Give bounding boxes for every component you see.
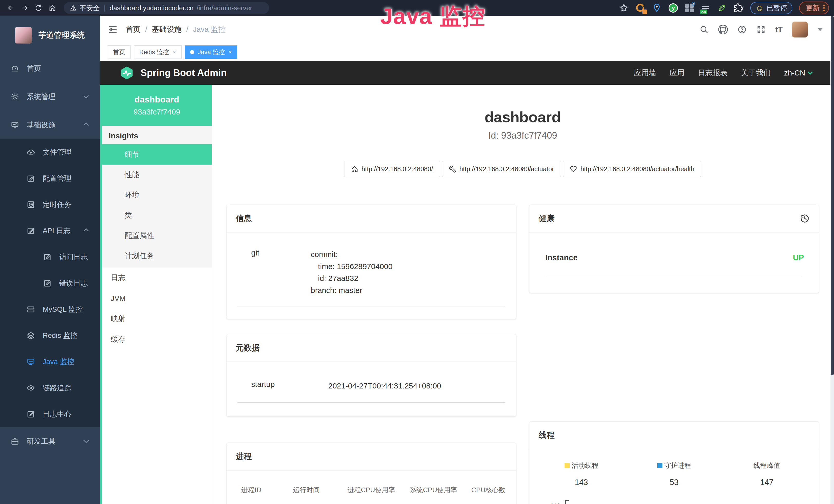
- health-card: 健康 Instance UP: [529, 205, 819, 293]
- threads-card: 线程 活动线程 143 守护进程 53: [529, 421, 819, 504]
- close-tab-icon[interactable]: ×: [228, 48, 232, 56]
- extension-orange-icon[interactable]: [636, 3, 645, 13]
- chevron-down-icon: [808, 70, 813, 75]
- history-icon[interactable]: [800, 214, 810, 223]
- sba-section-label: Insights: [102, 126, 212, 144]
- edit-icon: [27, 174, 35, 183]
- sidebar-item-infrastructure[interactable]: 基础设施: [0, 111, 100, 139]
- sidebar-item-tracing[interactable]: 链路追踪: [0, 375, 100, 401]
- bookmark-star-icon[interactable]: [619, 3, 629, 13]
- info-value: commit: time: 1596289704000 id: 27aa832 …: [311, 249, 393, 296]
- edit-icon: [43, 253, 51, 261]
- fullscreen-icon[interactable]: [756, 25, 766, 34]
- live-threads-value: 143: [535, 478, 628, 487]
- extensions-puzzle-icon[interactable]: [734, 3, 743, 13]
- help-icon[interactable]: [738, 25, 747, 34]
- extension-on-icon[interactable]: on: [701, 4, 710, 12]
- tab-redis-monitor[interactable]: Redis 监控×: [134, 45, 182, 59]
- sba-menu-config-props[interactable]: 配置属性: [102, 225, 212, 246]
- sba-locale-select[interactable]: zh-CN: [784, 69, 812, 77]
- breadcrumb-home[interactable]: 首页: [126, 24, 140, 35]
- health-instance-label: Instance: [545, 253, 578, 262]
- sba-nav-about[interactable]: 关于我们: [741, 68, 771, 78]
- app-title: 芋道管理系统: [39, 30, 85, 41]
- sba-menu-metrics[interactable]: 性能: [102, 165, 212, 185]
- github-icon[interactable]: [719, 25, 728, 34]
- sidebar-item-error-logs[interactable]: 错误日志: [0, 270, 100, 296]
- threads-legend: 活动线程 143 守护进程 53 线程峰值 14: [535, 461, 813, 487]
- browser-menu-icon[interactable]: [823, 5, 825, 11]
- forward-button[interactable]: [19, 2, 30, 14]
- sidebar-item-file-mgmt[interactable]: 文件管理: [0, 139, 100, 165]
- sba-menu-classes[interactable]: 类: [102, 205, 212, 225]
- extension-y-icon[interactable]: y: [668, 3, 678, 13]
- extension-grid-icon[interactable]: [685, 4, 694, 12]
- back-button[interactable]: [5, 2, 17, 14]
- search-icon[interactable]: [699, 25, 709, 34]
- sidebar-item-mysql-monitor[interactable]: MySQL 监控: [0, 296, 100, 322]
- sba-instance-header[interactable]: dashboard 93a3fc7f7409: [102, 85, 212, 126]
- scrollbar-thumb[interactable]: [831, 16, 834, 375]
- sba-menu-scheduled-tasks[interactable]: 计划任务: [102, 246, 212, 266]
- sba-brand[interactable]: Spring Boot Admin: [140, 68, 227, 78]
- daemon-threads-value: 53: [628, 478, 721, 487]
- sba-menu-details[interactable]: 细节: [102, 144, 212, 165]
- user-avatar[interactable]: [792, 22, 808, 38]
- gear-icon: [11, 93, 19, 101]
- breadcrumb-infrastructure[interactable]: 基础设施: [152, 24, 182, 35]
- instance-url-button[interactable]: http://192.168.0.2:48080/: [344, 161, 440, 177]
- app-logo-row[interactable]: 芋道管理系统: [0, 16, 100, 54]
- tab-java-monitor[interactable]: Java 监控×: [185, 45, 237, 59]
- sidebar-item-config-mgmt[interactable]: 配置管理: [0, 165, 100, 191]
- sidebar-item-dev-tools[interactable]: 研发工具: [0, 427, 100, 456]
- annotation-java-monitor: Java 监控: [380, 1, 485, 31]
- sidebar-item-access-logs[interactable]: 访问日志: [0, 244, 100, 270]
- chevron-down-icon: [84, 437, 89, 443]
- edit-icon: [27, 410, 35, 418]
- user-menu-caret-icon[interactable]: [817, 28, 823, 31]
- actuator-url-button[interactable]: http://192.168.0.2:48080/actuator: [442, 161, 561, 177]
- edit-icon: [27, 227, 35, 235]
- sidebar-item-api-logs[interactable]: API 日志: [0, 218, 100, 244]
- sidebar-item-java-monitor[interactable]: Java 监控: [0, 349, 100, 375]
- sba-menu-mappings[interactable]: 映射: [102, 308, 212, 329]
- security-label[interactable]: 不安全: [80, 4, 100, 13]
- sidebar-item-redis-monitor[interactable]: Redis 监控: [0, 322, 100, 349]
- sba-menu-environment[interactable]: 环境: [102, 185, 212, 205]
- sba-nav-wallboard[interactable]: 应用墙: [634, 68, 656, 78]
- health-url-button[interactable]: http://192.168.0.2:48080/actuator/health: [563, 161, 701, 177]
- timer-icon: [27, 201, 35, 209]
- collapse-sidebar-icon[interactable]: [108, 24, 118, 35]
- sba-menu-jvm[interactable]: JVM: [102, 288, 212, 308]
- sba-menu-logs[interactable]: 日志: [102, 268, 212, 288]
- page-scrollbar[interactable]: [830, 16, 834, 504]
- extension-pin-icon[interactable]: [652, 3, 661, 13]
- sba-instance-id: 93a3fc7f7409: [134, 108, 180, 116]
- tab-home[interactable]: 首页: [108, 45, 131, 59]
- info-key: git: [251, 249, 311, 296]
- health-card-title: 健康: [539, 213, 554, 224]
- sba-nav-journal[interactable]: 日志报表: [698, 68, 728, 78]
- extension-leaf-icon[interactable]: [717, 3, 727, 13]
- paused-profile-chip[interactable]: ☺ 已暂停: [750, 2, 792, 14]
- sba-menu-caches[interactable]: 缓存: [102, 329, 212, 350]
- chart-y-axis: [565, 500, 566, 504]
- reload-button[interactable]: [33, 2, 44, 14]
- home-button[interactable]: [47, 2, 58, 14]
- sidebar-item-log-center[interactable]: 日志中心: [0, 401, 100, 427]
- server-icon: [27, 305, 35, 314]
- live-threads-swatch: [565, 463, 570, 468]
- close-tab-icon[interactable]: ×: [173, 48, 176, 56]
- info-card: 信息 git commit: time: 1596289704000 id: 2…: [226, 205, 516, 319]
- update-browser-button[interactable]: 更新: [799, 2, 829, 15]
- sba-nav-applications[interactable]: 应用: [670, 68, 684, 78]
- sidebar-item-scheduled-jobs[interactable]: 定时任务: [0, 191, 100, 218]
- url-host: dashboard.yudao.iocoder.cn: [110, 4, 194, 12]
- address-bar[interactable]: 不安全 | dashboard.yudao.iocoder.cn/infra/a…: [64, 2, 269, 14]
- metadata-card: 元数据 startup 2021-04-27T00:44:31.254+08:0…: [226, 334, 516, 416]
- sidebar-item-system-mgmt[interactable]: 系统管理: [0, 83, 100, 111]
- font-size-icon[interactable]: tT: [775, 25, 782, 35]
- pin-dot-icon: [691, 2, 696, 7]
- sidebar-item-home[interactable]: 首页: [0, 54, 100, 83]
- eye-icon: [27, 384, 35, 392]
